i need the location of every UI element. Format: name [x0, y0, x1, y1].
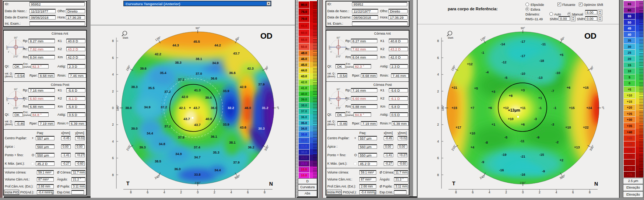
svg-text:-21: -21 — [520, 155, 525, 158]
svg-text:270°: 270° — [13, 107, 18, 109]
svg-text:-14: -14 — [500, 42, 505, 46]
svg-text:43.7: 43.7 — [183, 117, 190, 121]
svg-text:43.7: 43.7 — [194, 123, 201, 127]
svg-text:34.7: 34.7 — [194, 155, 201, 159]
svg-text:35.5: 35.5 — [148, 86, 155, 90]
svg-text:150°: 150° — [451, 64, 457, 71]
svg-text:+6: +6 — [488, 106, 492, 110]
svg-text:37.9: 37.9 — [233, 161, 240, 164]
svg-text:36.6: 36.6 — [229, 71, 236, 75]
svg-text:36.1: 36.1 — [211, 135, 217, 138]
svg-text:4: 4 — [555, 190, 557, 194]
svg-text:+15: +15 — [583, 86, 588, 90]
svg-text:37.2: 37.2 — [164, 90, 171, 94]
svg-text:31.2: 31.2 — [262, 106, 268, 110]
svg-text:37.4: 37.4 — [194, 145, 200, 149]
svg-text:45.5: 45.5 — [193, 40, 200, 43]
svg-text:2: 2 — [112, 90, 114, 93]
svg-text:4: 4 — [437, 73, 439, 76]
svg-text:2: 2 — [214, 190, 215, 194]
svg-text:2: 2 — [505, 190, 507, 194]
svg-text:270°: 270° — [336, 55, 341, 58]
svg-text:60°: 60° — [235, 36, 240, 42]
svg-text:-16: -16 — [520, 173, 525, 176]
svg-text:8: 8 — [437, 39, 439, 43]
svg-text:300°: 300° — [559, 174, 566, 180]
svg-text:270°: 270° — [13, 55, 18, 58]
svg-text:38.1: 38.1 — [196, 57, 202, 61]
svg-text:46.0: 46.0 — [244, 106, 251, 110]
svg-text:38.1: 38.1 — [229, 141, 236, 144]
svg-text:+21: +21 — [451, 86, 457, 90]
svg-text:180°: 180° — [6, 97, 8, 101]
svg-text:34.8: 34.8 — [159, 142, 165, 146]
svg-text:+3: +3 — [521, 88, 525, 92]
svg-text:-9: -9 — [542, 169, 545, 173]
svg-text:+13: +13 — [574, 145, 580, 149]
svg-text:4: 4 — [112, 73, 114, 76]
svg-text:34.9: 34.9 — [175, 152, 182, 156]
svg-text:-11: -11 — [541, 42, 546, 46]
svg-text:35.4: 35.4 — [160, 71, 166, 75]
svg-text:270°: 270° — [520, 181, 526, 185]
svg-text:-13: -13 — [538, 76, 542, 80]
svg-text:OD: OD — [260, 31, 272, 41]
svg-text:-5: -5 — [504, 76, 507, 80]
svg-text:36.0: 36.0 — [211, 106, 217, 110]
svg-text:+13µm: +13µm — [508, 108, 520, 112]
svg-text:+1: +1 — [492, 123, 495, 126]
svg-text:44.2: 44.2 — [214, 43, 221, 47]
svg-text:2: 2 — [539, 190, 541, 194]
svg-text:4: 4 — [489, 190, 490, 194]
svg-text:30°: 30° — [264, 65, 270, 71]
svg-text:35.3: 35.3 — [213, 151, 219, 154]
svg-text:+12: +12 — [467, 62, 472, 66]
svg-text:-12: -12 — [502, 60, 506, 64]
svg-text:34.9: 34.9 — [144, 105, 151, 109]
svg-text:39.4: 39.4 — [205, 96, 212, 99]
svg-text:-10: -10 — [520, 72, 525, 76]
svg-text:T: T — [452, 180, 455, 186]
svg-text:-17: -17 — [520, 40, 525, 43]
svg-text:240°: 240° — [154, 174, 161, 180]
svg-text:0: 0 — [522, 190, 524, 194]
svg-text:37.9: 37.9 — [258, 83, 265, 86]
svg-text:150°: 150° — [126, 64, 131, 71]
svg-text:30°: 30° — [590, 65, 595, 71]
svg-text:-2: -2 — [556, 140, 559, 144]
svg-text:+5: +5 — [474, 87, 478, 90]
svg-text:60°: 60° — [560, 36, 566, 42]
svg-text:180°: 180° — [328, 45, 331, 50]
svg-text:34.4: 34.4 — [214, 168, 221, 172]
svg-text:-17: -17 — [520, 54, 525, 58]
svg-text:90°: 90° — [337, 36, 340, 39]
svg-text:-9: -9 — [536, 136, 539, 139]
svg-text:Stark: Stark — [123, 36, 129, 39]
svg-text:8: 8 — [130, 190, 132, 194]
svg-text:+3: +3 — [492, 90, 495, 94]
svg-text:43.7: 43.7 — [193, 106, 200, 110]
svg-text:330°: 330° — [264, 144, 270, 151]
svg-text:38.3: 38.3 — [131, 85, 138, 89]
svg-text:43.6: 43.6 — [240, 126, 246, 129]
svg-text:6: 6 — [572, 190, 574, 194]
svg-text:42.0: 42.0 — [182, 95, 188, 99]
svg-text:8: 8 — [264, 190, 265, 194]
svg-text:8: 8 — [112, 173, 114, 177]
svg-text:36.0: 36.0 — [174, 167, 181, 171]
svg-text:-9: -9 — [481, 160, 484, 164]
svg-text:90°: 90° — [196, 27, 200, 30]
svg-text:-1: -1 — [481, 51, 484, 55]
svg-text:-3: -3 — [551, 123, 554, 126]
svg-text:-4: -4 — [486, 70, 489, 74]
svg-text:0: 0 — [112, 106, 114, 110]
svg-text:6: 6 — [472, 190, 474, 194]
svg-text:-11: -11 — [520, 139, 525, 143]
svg-text:-15: -15 — [539, 153, 544, 157]
svg-text:+4: +4 — [471, 145, 474, 149]
svg-text:-3: -3 — [534, 117, 537, 121]
svg-text:+22: +22 — [583, 126, 588, 129]
svg-text:240°: 240° — [479, 174, 486, 180]
svg-text:+5: +5 — [560, 53, 563, 57]
svg-text:+11: +11 — [520, 106, 526, 110]
